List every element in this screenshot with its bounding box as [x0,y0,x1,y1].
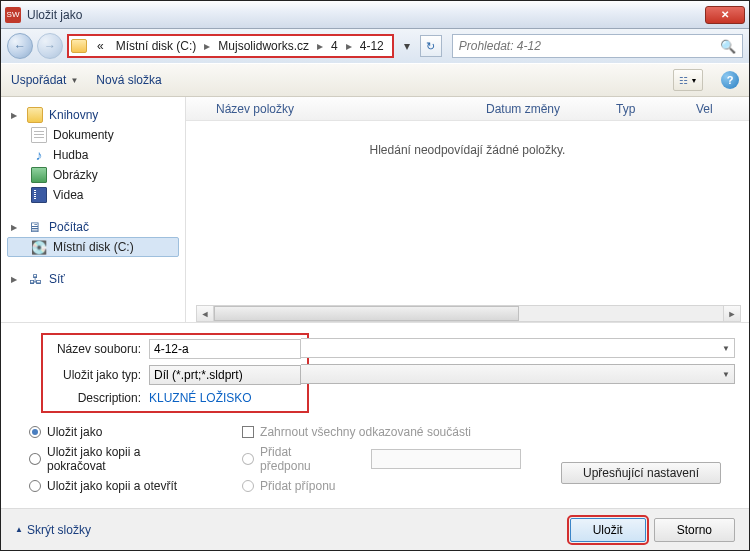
search-icon[interactable]: 🔍 [720,39,736,54]
opt-add-prefix: Přidat předponu [242,445,521,473]
footer: ▲Skrýt složky Uložit Storno [1,508,749,550]
videos-icon [31,187,47,203]
search-input[interactable] [459,39,720,53]
opt-saveas[interactable]: Uložit jako [29,425,202,439]
breadcrumb[interactable]: « Místní disk (C:) ▸ Mujsolidworks.cz ▸ … [67,34,394,58]
filetype-label: Uložit jako typ: [49,368,141,382]
libraries-icon [27,107,43,123]
crumb-1[interactable]: Mujsolidworks.cz [212,36,315,56]
chevron-up-icon: ▲ [15,525,23,534]
tree-music[interactable]: ♪Hudba [7,145,179,165]
radio-icon [242,480,254,492]
breadcrumb-dropdown[interactable]: ▾ [398,39,416,53]
tree-pictures[interactable]: Obrázky [7,165,179,185]
nav-bar: ← → « Místní disk (C:) ▸ Mujsolidworks.c… [1,29,749,63]
tree-network[interactable]: ▶🖧Síť [7,269,179,289]
cancel-button[interactable]: Storno [654,518,735,542]
scroll-left[interactable]: ◄ [197,306,214,321]
chevron-down-icon: ▼ [70,76,78,85]
folder-icon [71,39,87,53]
empty-message: Hledání neodpovídají žádné položky. [186,143,749,157]
forward-button[interactable]: → [37,33,63,59]
opt-saveascopy-continue[interactable]: Uložit jako kopii a pokračovat [29,445,202,473]
file-pane: Název položky Datum změny Typ Vel Hledán… [186,97,749,322]
col-date[interactable]: Datum změny [486,102,616,116]
organize-button[interactable]: Uspořádat▼ [11,73,78,87]
help-button[interactable]: ? [721,71,739,89]
network-icon: 🖧 [27,271,43,287]
list-icon: ☷ [679,75,688,86]
col-type[interactable]: Typ [616,102,696,116]
radio-icon [242,453,254,465]
crumb-0[interactable]: Místní disk (C:) [110,36,203,56]
scroll-track[interactable] [214,306,723,321]
new-folder-button[interactable]: Nová složka [96,73,161,87]
description-value[interactable]: KLUZNÉ LOŽISKO [149,391,252,405]
chevron-down-icon[interactable]: ▼ [722,370,730,379]
tree-localdisk[interactable]: 💽Místní disk (C:) [7,237,179,257]
filename-input[interactable]: 4-12-a [149,339,301,359]
save-button[interactable]: Uložit [570,518,646,542]
radio-icon [29,426,41,438]
pictures-icon [31,167,47,183]
document-icon [31,127,47,143]
advanced-settings-button[interactable]: Upřesňující nastavení [561,462,721,484]
music-icon: ♪ [31,147,47,163]
column-headers[interactable]: Název položky Datum změny Typ Vel [186,97,749,121]
col-name[interactable]: Název položky [216,102,486,116]
breadcrumb-chevron[interactable]: « [91,36,110,56]
opt-include-refs[interactable]: Zahrnout všechny odkazované součásti [242,425,521,439]
opt-saveascopy-open[interactable]: Uložit jako kopii a otevřít [29,479,202,493]
filetype-combo-ext[interactable]: ▼ [301,364,735,384]
form-area: Název souboru: 4-12-a Uložit jako typ: D… [1,322,749,501]
crumb-2[interactable]: 4 [325,36,344,56]
back-button[interactable]: ← [7,33,33,59]
chevron-right-icon: ▸ [315,39,325,53]
options-area: Uložit jako Uložit jako kopii a pokračov… [29,425,721,493]
horizontal-scrollbar[interactable]: ◄ ► [196,305,741,322]
chevron-right-icon: ▸ [344,39,354,53]
tree-videos[interactable]: Videa [7,185,179,205]
toolbar: Uspořádat▼ Nová složka ☷▼ ? [1,63,749,97]
description-label: Description: [49,391,141,405]
filename-input-ext[interactable]: ▼ [301,338,735,358]
disk-icon: 💽 [31,239,47,255]
chevron-down-icon[interactable]: ▼ [722,344,730,353]
scroll-right[interactable]: ► [723,306,740,321]
refresh-button[interactable]: ↻ [420,35,442,57]
highlighted-fields: Název souboru: 4-12-a Uložit jako typ: D… [41,333,309,413]
hide-folders-toggle[interactable]: ▲Skrýt složky [15,523,91,537]
tree-libraries[interactable]: ▶Knihovny [7,105,179,125]
opt-add-suffix: Přidat příponu [242,479,521,493]
scroll-thumb[interactable] [214,306,519,321]
col-size[interactable]: Vel [696,102,736,116]
chevron-right-icon: ▸ [202,39,212,53]
nav-tree: ▶Knihovny Dokumenty ♪Hudba Obrázky Videa… [1,97,186,322]
checkbox-icon [242,426,254,438]
filename-label: Název souboru: [49,342,141,356]
radio-icon [29,453,41,465]
crumb-3[interactable]: 4-12 [354,36,390,56]
search-box[interactable]: 🔍 [452,34,743,58]
close-button[interactable]: ✕ [705,6,745,24]
computer-icon: 🖥 [27,219,43,235]
filetype-combo[interactable]: Díl (*.prt;*.sldprt) [149,365,301,385]
tree-computer[interactable]: ▶🖥Počítač [7,217,179,237]
radio-icon [29,480,41,492]
window-title: Uložit jako [27,8,705,22]
prefix-input [371,449,521,469]
titlebar: SW Uložit jako ✕ [1,1,749,29]
tree-documents[interactable]: Dokumenty [7,125,179,145]
view-mode-button[interactable]: ☷▼ [673,69,703,91]
app-icon: SW [5,7,21,23]
